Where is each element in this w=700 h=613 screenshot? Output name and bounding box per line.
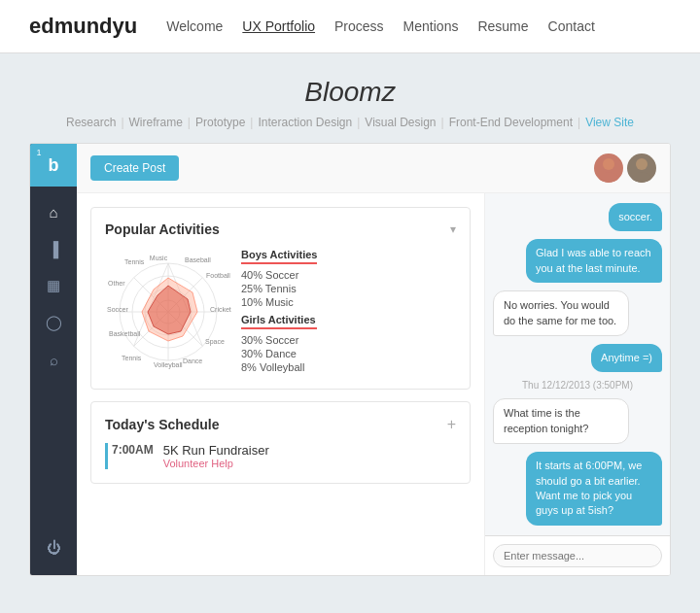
svg-text:Tennis: Tennis [122,355,142,361]
schedule-title: Today's Schedule [105,417,219,432]
svg-point-1 [599,172,618,183]
chart-icon: ▐ [49,241,59,257]
card-title: Popular Activities [105,221,220,237]
girls-section-title: Girls Activities [241,314,317,329]
grid-icon: ▦ [47,277,60,294]
sidebar-item-search[interactable]: ⌕ [30,342,77,377]
girls-item-1: 30% Dance [241,348,317,359]
avatar-2[interactable] [627,153,656,183]
girls-item-0: 30% Soccer [241,334,317,346]
chat-bubble-5: What time is the reception tonight? [493,398,629,444]
page-header: Bloomz Research | Wireframe | Prototype … [47,53,653,143]
panels-row: Popular Activities ▾ [77,193,670,575]
svg-text:Cricket: Cricket [210,306,231,313]
sidebar-nav: ⌂ ▐ ▦ ◯ ⌕ [30,194,77,530]
notification-badge: 1 [32,146,46,159]
nav-contact[interactable]: Contact [548,17,595,35]
search-icon: ⌕ [50,352,58,368]
boys-section-title: Boys Activities [241,249,317,264]
top-nav: edmundyu Welcome UX Portfolio Process Me… [0,0,700,53]
chat-timestamp: Thu 12/12/2013 (3:50PM) [493,380,662,391]
svg-text:Basketball: Basketball [109,330,141,337]
svg-point-2 [636,158,648,170]
nav-mentions[interactable]: Mentions [403,17,459,35]
breadcrumb-visual: Visual Design [365,116,436,129]
content-area: Create Post Popular Activities ▾ [77,144,670,575]
power-icon: ⏻ [47,539,61,556]
nav-ux-portfolio[interactable]: UX Portfolio [242,17,315,35]
create-post-button[interactable]: Create Post [90,155,179,181]
chat-bubble-6: It starts at 6:00PM, we should go a bit … [526,452,662,526]
chat-bubble-2: No worries. You would do the same for me… [493,290,629,336]
toolbar-avatars [594,153,656,183]
breadcrumb-interaction: Interaction Design [258,116,352,129]
chat-input-bar [485,535,670,575]
popular-activities-card: Popular Activities ▾ [90,207,471,390]
sidebar-item-grid[interactable]: ▦ [30,268,77,303]
svg-text:Tennis: Tennis [124,258,145,265]
nav-links: Welcome UX Portfolio Process Mentions Re… [166,17,595,35]
chat-bubble-0: soccer. [609,203,662,231]
sidebar-item-profile[interactable]: ◯ [30,305,77,340]
breadcrumb: Research | Wireframe | Prototype | Inter… [66,116,634,129]
svg-text:Other: Other [108,280,125,287]
main-area: b 1 ⌂ ▐ ▦ ◯ ⌕ ⏻ Create Post [29,143,671,576]
chart-legend: Boys Activities 40% Soccer 25% Tennis 10… [241,249,317,373]
chat-bubble-1: Glad I was able to reach you at the last… [526,239,662,283]
sidebar-item-power[interactable]: ⏻ [30,530,77,565]
chat-messages: soccer. Glad I was able to reach you at … [485,193,670,535]
girls-item-2: 8% Volleyball [241,361,317,373]
schedule-header: Today's Schedule + [105,416,456,433]
activities-panel: Popular Activities ▾ [77,193,485,575]
profile-icon: ◯ [46,314,62,331]
brand-logo[interactable]: edmundyu [29,14,137,39]
chat-input[interactable] [493,544,662,567]
chart-container: Music Baseball Football Cricket Space Da… [105,249,456,375]
breadcrumb-wireframe: Wireframe [129,116,183,129]
schedule-card: Today's Schedule + 7:00AM 5K Run Fundrai… [90,401,471,484]
breadcrumb-frontend: Front-End Development [449,116,573,129]
card-header: Popular Activities ▾ [105,221,456,237]
boys-item-1: 25% Tennis [241,283,317,294]
chat-bubble-3: Anytime =) [591,344,662,372]
nav-welcome[interactable]: Welcome [166,17,223,35]
nav-process[interactable]: Process [334,17,384,35]
svg-text:Music: Music [150,255,168,261]
boys-item-0: 40% Soccer [241,269,317,281]
view-site-link[interactable]: View Site [585,116,634,129]
radar-chart: Music Baseball Football Cricket Space Da… [105,249,231,375]
svg-text:Volleyball: Volleyball [154,361,183,369]
sidebar: b 1 ⌂ ▐ ▦ ◯ ⌕ ⏻ [30,144,77,575]
home-icon: ⌂ [49,204,57,221]
svg-point-3 [632,172,651,183]
svg-text:Space: Space [205,338,225,346]
page-title: Bloomz [66,77,634,108]
svg-text:Baseball: Baseball [185,256,211,263]
svg-point-0 [603,158,614,170]
breadcrumb-prototype: Prototype [195,116,245,129]
boys-item-2: 10% Music [241,296,317,308]
schedule-sub: Volunteer Help [163,458,269,469]
svg-text:Soccer: Soccer [107,306,128,313]
svg-text:Football: Football [206,272,230,279]
sidebar-item-home[interactable]: ⌂ [30,194,77,229]
breadcrumb-research: Research [66,116,116,129]
schedule-event: 5K Run Fundraiser [163,443,269,458]
schedule-item-0: 7:00AM 5K Run Fundraiser Volunteer Help [105,443,456,469]
chevron-down-icon[interactable]: ▾ [450,222,456,236]
chat-panel: soccer. Glad I was able to reach you at … [485,193,670,575]
schedule-time: 7:00AM [112,443,154,457]
nav-resume[interactable]: Resume [477,17,528,35]
svg-text:Dance: Dance [183,358,202,364]
add-icon[interactable]: + [447,416,456,433]
avatar-1[interactable] [594,153,623,183]
content-toolbar: Create Post [77,144,670,193]
sidebar-logo-wrap: b 1 [30,144,77,187]
sidebar-item-charts[interactable]: ▐ [30,231,77,266]
